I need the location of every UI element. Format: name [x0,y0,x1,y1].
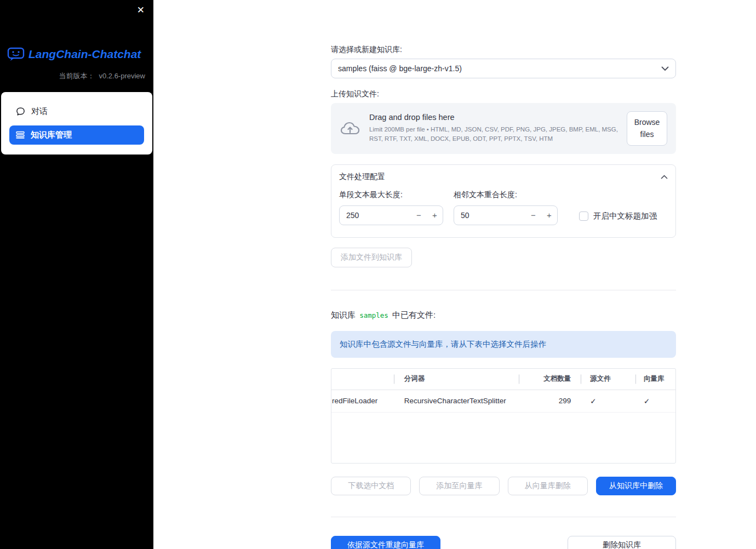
chat-bubble-icon [16,107,25,116]
kb-bottom-actions: 依据源文件重建向量库 删除知识库 [331,536,676,549]
cell-vector-store-check: ✓ [635,390,675,412]
kb-select-label: 请选择或新建知识库: [331,45,676,55]
cloud-upload-icon [340,121,360,136]
increment-button[interactable]: + [541,206,557,225]
table-header-doc-count: 文档数量 [519,369,581,390]
kb-select-value: samples (faiss @ bge-large-zh-v1.5) [338,64,462,73]
download-selected-button[interactable]: 下载选中文档 [331,477,411,495]
sidebar-item-knowledge-base[interactable]: 知识库管理 [9,125,144,145]
dropzone-text: Drag and drop files here Limit 200MB per… [369,113,618,144]
file-config-expander: 文件处理配置 单段文本最大长度: 250 − + [331,164,676,238]
increment-button[interactable]: + [427,206,443,225]
logo-chat-icon [7,47,25,61]
app-logo: LangChain-Chatchat [7,47,153,61]
zh-title-enhance-checkbox[interactable] [579,211,588,221]
sidebar-item-chat[interactable]: 对话 [9,102,144,121]
zh-title-enhance-label: 开启中文标题加强 [593,211,657,221]
chevron-up-icon [661,175,668,179]
delete-from-vector-store-button[interactable]: 从向量库删除 [508,477,588,495]
decrement-button[interactable]: − [525,206,541,225]
chevron-down-icon [661,66,669,71]
existing-files-caption: 知识库 samples 中已有文件: [331,310,676,321]
expander-header[interactable]: 文件处理配置 [331,165,675,187]
table-row[interactable]: redFileLoader RecursiveCharacterTextSpli… [331,390,675,413]
overlap-value: 50 [454,211,525,220]
dropzone-title: Drag and drop files here [369,113,618,122]
existing-prefix: 知识库 [331,310,356,319]
decrement-button[interactable]: − [411,206,427,225]
version-value: v0.2.6-preview [99,72,145,80]
close-icon: ✕ [137,5,145,15]
table-header-vector-store: 向量库 [635,369,675,390]
delete-from-kb-button[interactable]: 从知识库中删除 [596,477,676,495]
kb-name-code: samples [358,311,390,319]
cell-splitter: RecursiveCharacterTextSplitter [394,390,519,412]
file-dropzone[interactable]: Drag and drop files here Limit 200MB per… [331,103,676,154]
table-header-splitter: 分词器 [394,369,519,390]
table-header-row: 分词器 文档数量 源文件 向量库 [331,369,675,390]
overlap-field: 相邻文本重合长度: 50 − + [454,190,558,225]
table-header-loader [331,369,394,390]
max-length-label: 单段文本最大长度: [339,190,443,200]
table-header-source-file: 源文件 [581,369,635,390]
sidebar: ✕ LangChain-Chatchat 当前版本：v0.2.6-preview [0,0,153,549]
version-caption: 当前版本： [59,72,94,80]
cell-loader: redFileLoader [331,390,394,412]
app-title: LangChain-Chatchat [28,48,141,61]
add-to-vector-store-button[interactable]: 添加至向量库 [419,477,499,495]
cell-doc-count: 299 [519,390,581,412]
overlap-label: 相邻文本重合长度: [454,190,558,200]
main-area: 请选择或新建知识库: samples (faiss @ bge-large-zh… [153,0,756,549]
upload-label: 上传知识文件: [331,89,676,99]
existing-suffix: 中已有文件: [392,310,436,319]
version-label: 当前版本：v0.2.6-preview [0,61,153,81]
cell-source-file-check: ✓ [581,390,635,412]
app-root: ✕ LangChain-Chatchat 当前版本：v0.2.6-preview [0,0,756,549]
divider [331,290,676,290]
divider [331,517,676,517]
info-box: 知识库中包含源文件与向量库，请从下表中选择文件后操作 [331,331,676,358]
overlap-stepper[interactable]: 50 − + [454,205,558,225]
kb-select[interactable]: samples (faiss @ bge-large-zh-v1.5) [331,59,676,78]
zh-title-enhance-row: 开启中文标题加强 [579,208,657,225]
files-table[interactable]: 分词器 文档数量 源文件 向量库 redFileLoader Recursive… [331,368,676,464]
add-files-button[interactable]: 添加文件到知识库 [331,248,412,267]
max-length-field: 单段文本最大长度: 250 − + [339,190,443,225]
expander-body: 单段文本最大长度: 250 − + 相邻文本重合长度: 50 − + [331,187,675,237]
list-icon [16,131,25,139]
rebuild-vector-store-button[interactable]: 依据源文件重建向量库 [331,536,440,549]
max-length-stepper[interactable]: 250 − + [339,205,443,225]
sidebar-nav: 对话 知识库管理 [1,92,152,155]
expander-title: 文件处理配置 [339,172,385,182]
file-actions: 下载选中文档 添加至向量库 从向量库删除 从知识库中删除 [331,477,676,495]
max-length-value: 250 [340,211,411,220]
dropzone-limits: Limit 200MB per file • HTML, MD, JSON, C… [369,125,618,144]
browse-files-button[interactable]: Browse files [627,111,667,146]
sidebar-item-label: 知识库管理 [31,130,72,140]
sidebar-close-button[interactable]: ✕ [135,3,147,17]
sidebar-item-label: 对话 [31,106,48,117]
delete-kb-button[interactable]: 删除知识库 [568,536,676,549]
